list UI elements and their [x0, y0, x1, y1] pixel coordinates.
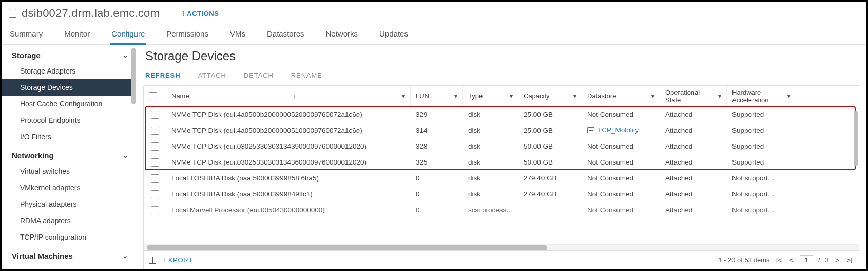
tab-summary[interactable]: Summary	[9, 25, 44, 44]
page-input[interactable]	[800, 255, 813, 265]
tab-datastores[interactable]: Datastores	[266, 25, 305, 44]
export-button[interactable]: EXPORT	[163, 256, 193, 264]
titlebar: dsib0027.drm.lab.emc.com ⁞ ACTIONS	[2, 2, 866, 25]
col-header-type[interactable]: Type▾	[463, 86, 518, 106]
col-header-capacity[interactable]: Capacity▾	[518, 86, 582, 106]
grid-header: Name↓▾LUN▾Type▾Capacity▾Datastore▾Operat…	[144, 86, 859, 106]
actions-menu[interactable]: ⁞ ACTIONS	[183, 10, 219, 17]
col-header-hardware-acceleration[interactable]: Hardware Acceleration▾	[727, 86, 796, 106]
row-checkbox[interactable]	[151, 158, 159, 167]
sidebar-scrollbar[interactable]	[131, 48, 136, 104]
cell-name: Local TOSHIBA Disk (naa.500003999858 6ba…	[166, 174, 411, 182]
filter-icon[interactable]: ▾	[787, 93, 790, 100]
tab-networks[interactable]: Networks	[325, 25, 359, 44]
cell-datastore: Not Consumed	[582, 206, 660, 214]
tab-monitor[interactable]: Monitor	[63, 25, 91, 44]
cell-type: disk	[463, 190, 518, 198]
tab-vms[interactable]: VMs	[229, 25, 246, 44]
col-header-datastore[interactable]: Datastore▾	[582, 86, 660, 106]
cell-type: disk	[463, 158, 518, 166]
grid-body: NVMe TCP Disk (eui.4a0500b20000005200009…	[144, 106, 859, 244]
filter-icon[interactable]: ▾	[454, 93, 457, 100]
cell-datastore[interactable]: TCP_Mobility	[582, 126, 660, 135]
cell-lun: 0	[411, 190, 463, 198]
table-row[interactable]: Local TOSHIBA Disk (naa.500003999849ffc1…	[144, 186, 859, 202]
attach-button[interactable]: ATTACH	[198, 71, 226, 79]
table-row[interactable]: Local Marvell Processor (eui.00504300000…	[144, 202, 859, 218]
row-checkbox[interactable]	[151, 111, 159, 119]
filter-icon[interactable]: ▾	[573, 93, 576, 100]
table-row[interactable]: Local TOSHIBA Disk (naa.500003999858 6ba…	[144, 170, 859, 186]
sidebar-item-protocol-endpoints[interactable]: Protocol Endpoints	[2, 112, 136, 129]
cell-cap: 25.00 GB	[518, 127, 582, 134]
filter-icon[interactable]: ▾	[718, 93, 721, 100]
row-checkbox[interactable]	[151, 206, 159, 214]
cell-name: NVMe TCP Disk (eui.4a0500b20000005200009…	[166, 111, 411, 118]
row-checkbox[interactable]	[151, 174, 159, 183]
cell-datastore: Not Consumed	[582, 174, 660, 182]
datastore-icon	[587, 127, 594, 133]
sort-icon: ↓	[293, 93, 296, 99]
sidebar-item-storage-adapters[interactable]: Storage Adapters	[2, 63, 136, 79]
cell-op: Attached	[660, 142, 727, 150]
col-header-lun[interactable]: LUN▾	[411, 86, 463, 106]
tab-configure[interactable]: Configure	[110, 25, 146, 44]
page-prev-icon[interactable]: <	[788, 256, 795, 264]
filter-icon[interactable]: ▾	[510, 93, 513, 100]
sidebar-item-host-cache-configuration[interactable]: Host Cache Configuration	[2, 96, 136, 112]
cell-type: scsi process…	[463, 206, 518, 214]
kebab-icon: ⁞	[183, 10, 184, 17]
grid-h-scrollbar[interactable]	[144, 244, 859, 250]
sidebar-item-vmkernel-adapters[interactable]: VMkernel adapters	[2, 179, 136, 196]
host-icon	[9, 9, 16, 18]
sidebar-item-virtual-switches[interactable]: Virtual switches	[2, 163, 136, 179]
sidebar-item-i-o-filters[interactable]: I/O Filters	[2, 129, 136, 145]
table-row[interactable]: NVMe TCP Disk (eui.4a0500b20000005200009…	[144, 106, 859, 122]
columns-icon[interactable]	[149, 257, 156, 264]
page-last-icon[interactable]: >I	[845, 256, 854, 264]
cell-lun: 325	[411, 158, 463, 166]
cell-op: Attached	[660, 111, 727, 118]
cell-lun: 314	[411, 127, 463, 134]
cell-datastore: Not Consumed	[582, 190, 660, 198]
cell-type: disk	[463, 111, 518, 118]
tab-updates[interactable]: Updates	[378, 25, 409, 44]
cell-hw: Not support…	[727, 174, 796, 182]
sidebar-item-rdma-adapters[interactable]: RDMA adapters	[2, 212, 136, 229]
rename-button[interactable]: RENAME	[291, 71, 322, 79]
cell-op: Attached	[660, 174, 727, 182]
body: Storage⌄Storage AdaptersStorage DevicesH…	[2, 45, 866, 269]
h-scroll-thumb[interactable]	[147, 245, 547, 250]
cell-hw: Supported	[727, 158, 796, 166]
cell-type: disk	[463, 127, 518, 134]
cell-op: Attached	[660, 158, 727, 166]
page-first-icon[interactable]: I<	[775, 256, 783, 264]
table-row[interactable]: NVMe TCP Disk (eui.4a0500b20000005100009…	[144, 122, 859, 138]
page-next-icon[interactable]: >	[834, 256, 840, 264]
cell-cap: 50.00 GB	[518, 158, 582, 166]
refresh-button[interactable]: REFRESH	[145, 71, 180, 79]
sidebar-item-tcp-ip-configuration[interactable]: TCP/IP configuration	[2, 229, 136, 245]
chevron-down-icon: ⌄	[122, 51, 128, 59]
sidebar-item-storage-devices[interactable]: Storage Devices	[2, 79, 136, 96]
sidebar-item-physical-adapters[interactable]: Physical adapters	[2, 196, 136, 212]
tab-permissions[interactable]: Permissions	[165, 25, 209, 44]
grid-v-scrollbar[interactable]	[854, 111, 858, 166]
col-header-name[interactable]: Name↓▾	[166, 86, 411, 106]
filter-icon[interactable]: ▾	[651, 93, 654, 100]
row-checkbox[interactable]	[151, 142, 159, 151]
detach-button[interactable]: DETACH	[244, 71, 274, 79]
row-checkbox[interactable]	[151, 190, 159, 198]
page-title: Storage Devices	[145, 49, 857, 63]
top-tabs: SummaryMonitorConfigurePermissionsVMsDat…	[2, 25, 866, 45]
filter-icon[interactable]: ▾	[402, 93, 405, 100]
table-row[interactable]: NVMe TCP Disk (eui.030253303031343600009…	[144, 154, 859, 170]
row-checkbox[interactable]	[151, 127, 159, 135]
sidebar-section-virtual-machines[interactable]: Virtual Machines⌄	[2, 245, 136, 263]
col-header-operational-state[interactable]: Operational State▾	[660, 86, 727, 106]
sidebar-section-storage[interactable]: Storage⌄	[2, 45, 136, 63]
sidebar-section-networking[interactable]: Networking⌄	[2, 145, 136, 163]
select-all-checkbox[interactable]	[149, 92, 157, 100]
cell-hw: Not support…	[727, 190, 796, 198]
table-row[interactable]: NVMe TCP Disk (eui.030253303031343900009…	[144, 138, 859, 154]
